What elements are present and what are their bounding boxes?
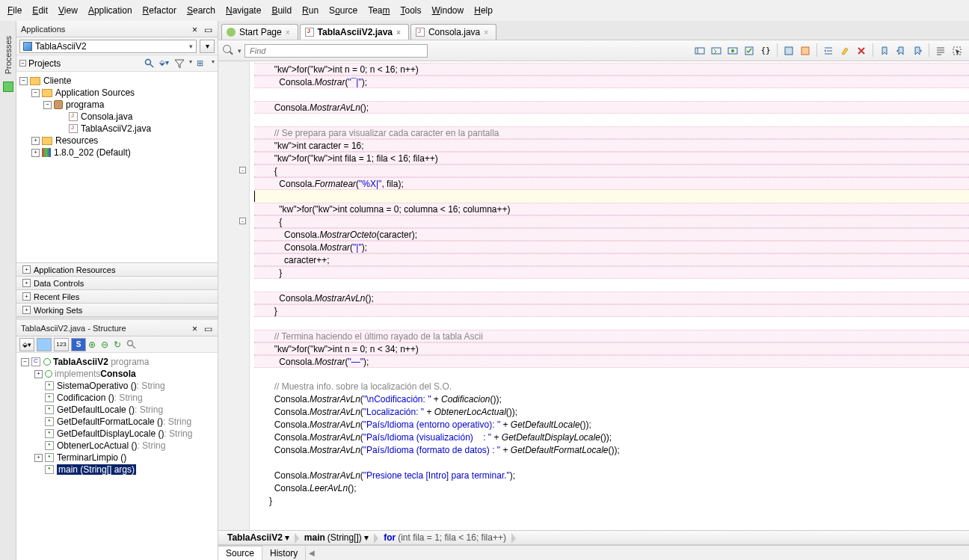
toggle-icon[interactable] — [31, 89, 40, 97]
menu-refactor[interactable]: Refactor — [143, 5, 176, 16]
s-btn[interactable]: S — [71, 338, 86, 351]
close-icon[interactable]: × — [192, 324, 201, 333]
menu-navigate[interactable]: Navigate — [226, 5, 261, 16]
toggle-icon[interactable] — [31, 149, 40, 157]
circle-icon — [43, 358, 51, 366]
close-icon[interactable]: × — [286, 28, 290, 37]
struct-method[interactable]: GetDefaultDisplayLocale () : String — [18, 428, 216, 440]
close-icon[interactable]: × — [484, 28, 488, 37]
fold-toggle[interactable]: - — [239, 218, 246, 224]
menu-file[interactable]: File — [7, 5, 22, 16]
menu-search[interactable]: Search — [187, 5, 215, 16]
project-selector[interactable]: TablaAsciiV2 — [19, 40, 197, 53]
tree-package[interactable]: programa — [16, 99, 218, 111]
refresh-icon[interactable]: ↻ — [114, 339, 124, 350]
struct-method[interactable]: GetDefaultLocale () : String — [18, 404, 216, 416]
num-btn[interactable]: 123 — [54, 338, 69, 351]
tree-cliente[interactable]: Cliente — [16, 75, 218, 87]
scroll-left-icon[interactable]: ◀ — [309, 549, 315, 557]
crumb-for[interactable]: for(int fila = 1; fila < 16; fila++) — [379, 532, 512, 544]
menu-edit[interactable]: Edit — [32, 5, 48, 16]
tab-tablaascii[interactable]: TablaAsciiV2.java× — [300, 24, 409, 40]
svg-rect-4 — [695, 48, 704, 54]
menu-tools[interactable]: Tools — [401, 5, 422, 16]
tab-startpage[interactable]: Start Page× — [221, 24, 298, 40]
show-btn[interactable] — [37, 338, 52, 351]
tree-del-icon[interactable]: ⊖ — [101, 339, 111, 350]
class-icon[interactable]: ⬙▾ — [159, 58, 170, 69]
tb-icon-3[interactable] — [725, 43, 740, 58]
minimize-panel-icon[interactable]: ▭ — [204, 25, 213, 34]
gutter[interactable]: -- — [218, 61, 250, 530]
history-tab[interactable]: History — [262, 547, 306, 560]
tree-resources[interactable]: Resources — [16, 135, 218, 147]
tree-tablaascii[interactable]: TablaAsciiV2.java — [16, 123, 218, 135]
tb-clear-icon[interactable] — [854, 43, 869, 58]
tb-icon-2[interactable] — [709, 43, 724, 58]
panel-data-controls[interactable]: Data Controls — [16, 277, 218, 290]
filter-icon[interactable] — [174, 58, 185, 69]
menu-help[interactable]: Help — [474, 5, 493, 16]
tb-bookmark-icon[interactable] — [877, 43, 892, 58]
tb-icon-6[interactable] — [798, 43, 813, 58]
close-icon[interactable]: × — [396, 28, 401, 37]
search-struct-icon[interactable] — [126, 339, 137, 350]
tree-new-icon[interactable]: ⊕ — [88, 339, 99, 350]
processes-tab[interactable]: Processes — [4, 36, 13, 74]
struct-root[interactable]: TablaAsciiV2 programa — [18, 356, 216, 368]
code-content[interactable]: "kw">for("kw">int n = 0; n < 16; n++) Co… — [250, 61, 969, 530]
toggle-icon[interactable] — [19, 77, 28, 85]
menu-application[interactable]: Application — [88, 5, 132, 16]
menu-build[interactable]: Build — [271, 5, 292, 16]
tree-appsources[interactable]: Application Sources — [16, 87, 218, 99]
source-tab[interactable]: Source — [218, 546, 262, 560]
applications-header: Applications × ▭ — [16, 21, 218, 37]
struct-method[interactable]: TerminarLimpio () — [18, 452, 216, 464]
struct-method[interactable]: Codificacion () : String — [18, 392, 216, 404]
menu-source[interactable]: Source — [329, 5, 357, 16]
menu-view[interactable]: View — [58, 5, 78, 16]
code-area[interactable]: -- "kw">for("kw">int n = 0; n < 16; n++)… — [218, 61, 969, 530]
tb-highlight-icon[interactable] — [837, 43, 852, 58]
tb-icon-4[interactable] — [742, 43, 757, 58]
menu-window[interactable]: Window — [432, 5, 464, 16]
tb-bookmark-next-icon[interactable] — [910, 43, 925, 58]
project-menu-btn[interactable]: ▾ — [200, 40, 215, 53]
tb-select-icon[interactable] — [950, 43, 965, 58]
toggle-icon[interactable] — [31, 137, 40, 145]
tb-bookmark-prev-icon[interactable] — [893, 43, 908, 58]
tb-icon-5[interactable] — [781, 43, 796, 58]
method-icon — [45, 393, 54, 402]
find-input[interactable] — [244, 44, 428, 58]
search-icon[interactable] — [223, 45, 235, 57]
find-icon[interactable] — [144, 58, 155, 69]
processes-icon[interactable] — [3, 81, 13, 92]
tree-consola[interactable]: Consola.java — [16, 111, 218, 123]
tree-icon[interactable]: ⊞ — [197, 58, 207, 69]
tb-braces-icon[interactable]: {} — [758, 43, 773, 58]
tb-indent-icon[interactable] — [821, 43, 836, 58]
menu-run[interactable]: Run — [302, 5, 319, 16]
panel-recent-files[interactable]: Recent Files — [16, 290, 218, 304]
toggle-icon[interactable] — [43, 101, 52, 109]
struct-method[interactable]: ObtenerLocActual () : String — [18, 440, 216, 452]
tab-consola[interactable]: Consola.java× — [410, 24, 496, 40]
tb-icon-1[interactable] — [692, 43, 707, 58]
sort-btn[interactable]: ⬙▾ — [19, 338, 34, 351]
crumb-class[interactable]: TablaAsciiV2 ▾ — [223, 532, 295, 544]
struct-method[interactable]: main (String[] args) — [18, 464, 216, 476]
java-icon — [69, 112, 78, 121]
struct-method[interactable]: GetDefaultFormatLocale () : String — [18, 416, 216, 428]
close-panel-icon[interactable]: × — [192, 25, 201, 34]
tb-lines-icon[interactable] — [933, 43, 948, 58]
minimize-icon[interactable]: ▭ — [204, 324, 213, 333]
panel-app-resources[interactable]: Application Resources — [16, 263, 218, 277]
fold-toggle[interactable]: - — [239, 167, 246, 173]
crumb-method[interactable]: main(String[]) ▾ — [300, 532, 375, 544]
panel-working-sets[interactable]: Working Sets — [16, 304, 218, 317]
tree-jdk[interactable]: 1.8.0_202 (Default) — [16, 147, 218, 159]
method-icon — [45, 453, 54, 462]
menu-team[interactable]: Team — [368, 5, 390, 16]
struct-implements[interactable]: implements Consola — [18, 368, 216, 380]
struct-method[interactable]: SistemaOperativo () : String — [18, 380, 216, 392]
